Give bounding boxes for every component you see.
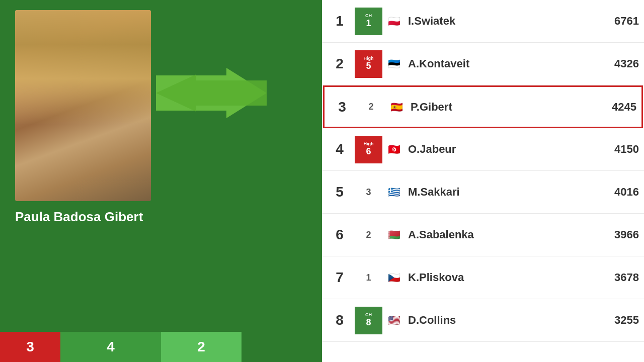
ranking-row-1: 1CH1🇵🇱I.Swiatek6761 [322,0,644,43]
rank-badge: 1 [355,264,382,292]
rank-number: 3 [330,99,355,115]
ranking-row-2: 2High5🇪🇪A.Kontaveit4326 [322,43,644,85]
player-flag: 🇹🇳 [385,143,403,155]
bottom-indicators: 3 4 2 [0,332,242,362]
rank-badge: CH1 [355,8,382,35]
rank-number: 5 [327,184,352,200]
rank-number: 6 [327,227,352,243]
rankings-panel: 1CH1🇵🇱I.Swiatek67612High5🇪🇪A.Kontaveit43… [322,0,644,362]
player-name: P.Gibert [411,101,601,114]
player-points: 3966 [604,228,639,241]
ranking-row-7: 71🇨🇿K.Pliskova3678 [322,256,644,299]
player-photo [15,10,151,201]
player-flag: 🇨🇿 [385,272,403,284]
player-points: 4245 [601,101,636,114]
rank-number: 2 [327,56,352,72]
player-flag: 🇧🇾 [385,229,403,241]
ch-label: CH [365,313,372,317]
high-label: High [364,142,374,146]
rank-badge: 3 [355,178,382,206]
direction-arrows [146,65,277,121]
rank-number: 1 [327,13,352,29]
player-points: 3678 [604,271,639,284]
ranking-row-6: 62🇧🇾A.Sabalenka3966 [322,214,644,256]
ch-label: CH [365,14,372,18]
rank-badge: CH8 [355,307,382,334]
high-num: 6 [366,146,371,157]
rank-high-display: 2 [161,332,242,362]
player-flag: 🇪🇸 [387,101,406,113]
player-points: 4326 [604,57,639,70]
ch-num: 8 [366,317,371,328]
rank-indicator-red: 3 [0,332,60,362]
left-panel: Paula Badosa Gibert 3 4 2 [0,0,322,362]
player-name: M.Sakkari [408,186,604,199]
rank-arrow-display: 4 [60,332,161,362]
player-name: I.Swiatek [408,15,604,28]
rank-badge: High6 [355,136,382,163]
rank-badge: 2 [355,221,382,249]
player-flag: 🇪🇪 [385,58,403,70]
rank-indicator-green-mid: 4 [60,332,161,362]
player-name: D.Collins [408,314,604,327]
ranking-row-4: 4High6🇹🇳O.Jabeur4150 [322,128,644,171]
rank-number: 7 [327,269,352,286]
ch-num: 1 [366,18,371,29]
high-label: High [364,56,374,61]
ranking-row-8: 8CH8🇺🇸D.Collins3255 [322,299,644,342]
rank-number: 4 [327,141,352,157]
player-points: 4016 [604,186,639,199]
rank-badge: High5 [355,50,382,78]
ranking-row-5: 53🇬🇷M.Sakkari4016 [322,171,644,214]
high-num: 5 [366,61,371,72]
rank-number: 8 [327,312,352,328]
player-name: K.Pliskova [408,271,604,284]
rank-num-display: 3 [0,332,60,362]
player-name: O.Jabeur [408,143,604,156]
player-full-name: Paula Badosa Gibert [15,209,143,225]
player-name: A.Sabalenka [408,228,604,241]
player-name: A.Kontaveit [408,57,604,70]
rank-indicator-green-light: 2 [161,332,242,362]
player-flag: 🇺🇸 [385,314,403,326]
player-points: 6761 [604,15,639,28]
player-points: 4150 [604,143,639,156]
player-points: 3255 [604,314,639,327]
player-flag: 🇬🇷 [385,186,403,198]
ranking-row-3: 32🇪🇸P.Gibert4245 [323,85,643,128]
player-flag: 🇵🇱 [385,15,403,27]
rank-badge: 2 [357,93,385,121]
